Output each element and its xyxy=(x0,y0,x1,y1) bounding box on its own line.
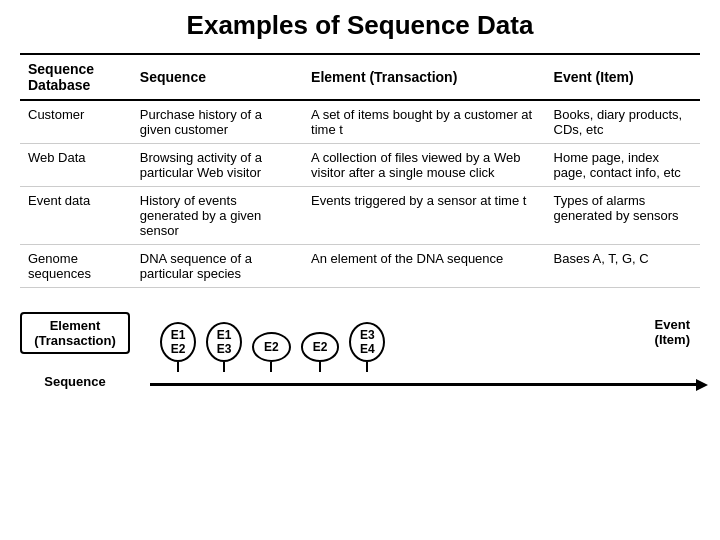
table-cell-1-2: A collection of files viewed by a Web vi… xyxy=(303,144,545,187)
diagram-section: Element(Transaction) Sequence Event(Item… xyxy=(20,312,700,389)
col-header-4: Event (Item) xyxy=(546,54,700,100)
col-header-1: Sequence Database xyxy=(20,54,132,100)
table-cell-1-1: Browsing activity of a particular Web vi… xyxy=(132,144,303,187)
arrow-head xyxy=(696,379,708,391)
table-cell-2-2: Events triggered by a sensor at time t xyxy=(303,187,545,245)
event-item-label: Event(Item) xyxy=(655,317,690,347)
sequence-data-table: Sequence Database Sequence Element (Tran… xyxy=(20,53,700,288)
table-cell-1-3: Home page, index page, contact info, etc xyxy=(546,144,700,187)
sequence-diagram: Event(Item) E1E2 E1E3 E2 E2 xyxy=(150,322,700,386)
table-cell-2-1: History of events generated by a given s… xyxy=(132,187,303,245)
event-oval: E3E4 xyxy=(349,322,385,362)
col-header-2: Sequence xyxy=(132,54,303,100)
table-cell-3-0: Genome sequences xyxy=(20,245,132,288)
table-cell-2-3: Types of alarms generated by sensors xyxy=(546,187,700,245)
event-group-4: E2 xyxy=(301,332,340,372)
element-transaction-label: Element(Transaction) xyxy=(20,312,130,354)
event-group-5: E3E4 xyxy=(349,322,385,372)
event-group-3: E2 xyxy=(252,332,291,372)
events-row: E1E2 E1E3 E2 E2 E3E4 xyxy=(150,322,700,386)
event-oval: E2 xyxy=(301,332,340,362)
event-oval: E1E3 xyxy=(206,322,242,362)
table-cell-2-0: Event data xyxy=(20,187,132,245)
sequence-arrow-line xyxy=(150,383,700,386)
table-row: CustomerPurchase history of a given cust… xyxy=(20,100,700,144)
table-cell-0-1: Purchase history of a given customer xyxy=(132,100,303,144)
table-row: Web DataBrowsing activity of a particula… xyxy=(20,144,700,187)
event-group-2: E1E3 xyxy=(206,322,242,372)
page-title: Examples of Sequence Data xyxy=(20,10,700,41)
table-cell-3-3: Bases A, T, G, C xyxy=(546,245,700,288)
event-oval: E1E2 xyxy=(160,322,196,362)
table-row: Event dataHistory of events generated by… xyxy=(20,187,700,245)
diagram-labels: Element(Transaction) Sequence xyxy=(20,312,130,389)
event-group-1: E1E2 xyxy=(160,322,196,372)
table-row: Genome sequencesDNA sequence of a partic… xyxy=(20,245,700,288)
table-cell-0-3: Books, diary products, CDs, etc xyxy=(546,100,700,144)
col-header-3: Element (Transaction) xyxy=(303,54,545,100)
table-cell-3-1: DNA sequence of a particular species xyxy=(132,245,303,288)
event-oval: E2 xyxy=(252,332,291,362)
sequence-label: Sequence xyxy=(20,374,130,389)
table-cell-1-0: Web Data xyxy=(20,144,132,187)
table-cell-0-0: Customer xyxy=(20,100,132,144)
table-cell-0-2: A set of items bought by a customer at t… xyxy=(303,100,545,144)
table-cell-3-2: An element of the DNA sequence xyxy=(303,245,545,288)
